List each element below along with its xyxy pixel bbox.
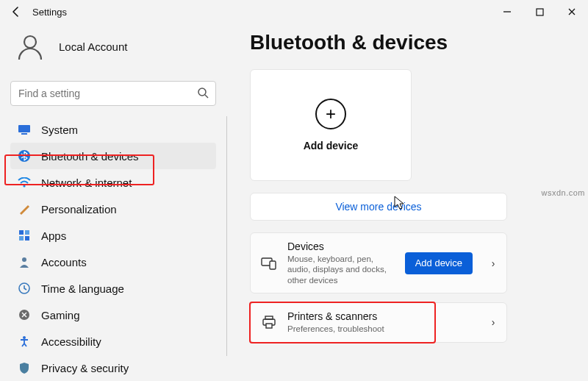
nav-label: Apps	[41, 229, 66, 242]
shield-icon	[18, 361, 31, 374]
clock-icon	[18, 282, 31, 295]
chevron-right-icon: ›	[487, 316, 499, 328]
svg-rect-21	[266, 324, 272, 328]
sidebar-item-accessibility[interactable]: Accessibility	[10, 328, 216, 355]
accounts-icon	[18, 255, 31, 268]
search-icon	[197, 87, 209, 102]
svg-point-2	[24, 36, 36, 48]
sidebar-item-accounts[interactable]: Accounts	[10, 249, 216, 275]
sidebar-item-network[interactable]: Network & internet	[10, 169, 216, 196]
printers-row-title: Printers & scanners	[287, 310, 473, 322]
svg-rect-11	[19, 236, 24, 241]
accessibility-icon	[18, 335, 31, 348]
gaming-icon	[18, 308, 31, 321]
svg-point-3	[198, 88, 206, 96]
nav: System Bluetooth & devices Network & int…	[10, 116, 216, 381]
nav-label: Network & internet	[41, 177, 132, 189]
sidebar-item-apps[interactable]: Apps	[10, 222, 216, 249]
sidebar-item-privacy-security[interactable]: Privacy & security	[10, 355, 216, 381]
page-title: Bluetooth & devices	[250, 31, 573, 54]
sidebar-item-system[interactable]: System	[10, 116, 216, 143]
svg-rect-9	[19, 230, 24, 235]
back-button[interactable]	[6, 1, 26, 22]
sidebar-item-personalization[interactable]: Personalization	[10, 196, 216, 222]
sidebar-item-gaming[interactable]: Gaming	[10, 302, 216, 328]
view-more-devices-button[interactable]: View more devices	[250, 193, 507, 221]
printers-scanners-row[interactable]: Printers & scanners Preferences, trouble…	[250, 302, 507, 342]
content-pane: Bluetooth & devices + Add device View mo…	[228, 24, 588, 381]
svg-rect-1	[537, 9, 543, 15]
add-device-tile[interactable]: + Add device	[250, 69, 412, 181]
svg-line-4	[205, 95, 208, 98]
printer-icon	[261, 314, 277, 330]
watermark: wsxdn.com	[541, 188, 585, 197]
svg-rect-6	[21, 133, 27, 135]
account-header[interactable]: Local Account	[10, 29, 228, 63]
printers-row-subtitle: Preferences, troubleshoot	[287, 324, 473, 334]
avatar-icon	[13, 29, 47, 63]
bluetooth-icon	[18, 149, 31, 163]
svg-rect-10	[25, 230, 29, 235]
add-device-button[interactable]: Add device	[405, 252, 473, 274]
search-box[interactable]	[10, 81, 216, 106]
devices-row-subtitle: Mouse, keyboard, pen, audio, displays an…	[287, 254, 395, 285]
sidebar-item-bluetooth-devices[interactable]: Bluetooth & devices	[10, 143, 216, 169]
devices-icon	[261, 255, 277, 271]
close-button[interactable]	[556, 1, 588, 23]
system-icon	[18, 123, 31, 136]
nav-label: Accessibility	[41, 335, 101, 348]
svg-point-13	[22, 257, 26, 262]
sidebar-item-time-language[interactable]: Time & language	[10, 275, 216, 302]
svg-point-16	[23, 336, 26, 339]
nav-label: Gaming	[41, 309, 80, 321]
nav-divider	[226, 116, 227, 356]
wifi-icon	[18, 176, 31, 189]
svg-rect-18	[270, 261, 276, 269]
paintbrush-icon	[18, 202, 31, 216]
apps-icon	[18, 229, 31, 242]
titlebar: Settings	[0, 0, 588, 24]
nav-label: Bluetooth & devices	[41, 150, 139, 163]
plus-icon: +	[315, 99, 346, 129]
svg-rect-12	[25, 236, 29, 241]
add-device-label: Add device	[304, 140, 359, 152]
nav-label: Accounts	[41, 256, 87, 268]
sidebar: Local Account System Bluetooth & devices	[0, 24, 228, 381]
nav-label: Privacy & security	[41, 362, 129, 374]
svg-rect-5	[18, 125, 30, 132]
nav-label: Time & language	[41, 282, 124, 295]
nav-label: System	[41, 124, 78, 136]
account-name: Local Account	[59, 40, 127, 53]
chevron-right-icon: ›	[487, 257, 499, 269]
nav-label: Personalization	[41, 203, 117, 216]
maximize-button[interactable]	[523, 1, 556, 23]
minimize-button[interactable]	[491, 1, 523, 23]
window-title: Settings	[32, 7, 67, 18]
svg-point-8	[23, 185, 25, 187]
search-input[interactable]	[10, 81, 216, 106]
devices-row[interactable]: Devices Mouse, keyboard, pen, audio, dis…	[250, 232, 507, 293]
devices-row-title: Devices	[287, 241, 395, 252]
